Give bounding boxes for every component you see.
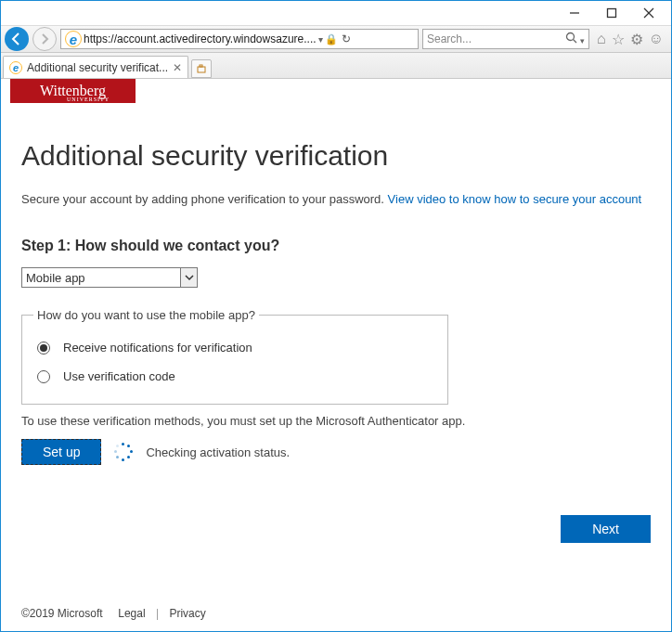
browser-navbar: e https://account.activedirectory.window… — [1, 25, 671, 53]
loading-spinner-icon — [114, 443, 133, 461]
radio-option-notifications[interactable]: Receive notifications for verification — [33, 333, 436, 362]
svg-point-4 — [566, 33, 574, 41]
page-title: Additional security verification — [21, 140, 651, 172]
new-tab-button[interactable] — [191, 59, 212, 78]
fieldset-legend: How do you want to use the mobile app? — [33, 308, 259, 322]
tab-favicon: e — [9, 61, 22, 74]
settings-gear-icon[interactable]: ⚙ — [630, 31, 643, 48]
footer-separator: | — [156, 607, 159, 620]
logo-subtext: UNIVERSITY — [67, 97, 110, 102]
ie-logo-icon: e — [65, 31, 82, 47]
copyright-text: ©2019 Microsoft — [21, 607, 103, 620]
minimize-button[interactable] — [556, 3, 593, 23]
search-icon[interactable]: ▾ — [565, 32, 585, 46]
window-titlebar — [1, 1, 671, 25]
feedback-smiley-icon[interactable]: ☺ — [649, 31, 664, 47]
subtitle-text: Secure your account by adding phone veri… — [21, 192, 388, 206]
setup-row: Set up Checking activation status. — [21, 439, 651, 465]
tab-title: Additional security verificat... — [27, 61, 168, 74]
mobile-app-fieldset: How do you want to use the mobile app? R… — [21, 308, 448, 405]
tab-close-icon[interactable]: ✕ — [173, 61, 182, 74]
page-footer: ©2019 Microsoft Legal | Privacy — [21, 607, 206, 620]
next-button[interactable]: Next — [561, 515, 651, 543]
close-window-button[interactable] — [630, 3, 667, 23]
radio-label: Use verification code — [63, 369, 175, 383]
toolbar-icons: ⌂ ☆ ⚙ ☺ — [593, 31, 667, 48]
back-button[interactable] — [5, 27, 29, 51]
contact-method-select[interactable]: Mobile app — [21, 267, 198, 288]
main-content: Additional security verification Secure … — [1, 103, 671, 474]
browser-tab[interactable]: e Additional security verificat... ✕ — [3, 56, 188, 78]
privacy-link[interactable]: Privacy — [169, 607, 205, 620]
search-placeholder: Search... — [427, 32, 472, 45]
radio-option-code[interactable]: Use verification code — [33, 362, 436, 391]
activation-status-text: Checking activation status. — [146, 445, 290, 459]
url-text: https://account.activedirectory.windowsa… — [84, 32, 317, 45]
home-icon[interactable]: ⌂ — [597, 31, 606, 47]
svg-rect-1 — [608, 9, 616, 18]
address-bar[interactable]: e https://account.activedirectory.window… — [60, 29, 419, 49]
maximize-button[interactable] — [593, 3, 630, 23]
page-viewport: Wittenberg UNIVERSITY Additional securit… — [1, 79, 671, 631]
svg-line-5 — [573, 40, 576, 44]
radio-icon — [37, 342, 50, 355]
view-video-link[interactable]: View video to know how to secure your ac… — [388, 192, 642, 206]
radio-label: Receive notifications for verification — [63, 341, 252, 355]
select-value: Mobile app — [22, 268, 180, 287]
refresh-icon[interactable]: ↻ — [342, 32, 351, 45]
lock-icon: 🔒 — [325, 33, 338, 45]
url-dropdown-icon[interactable]: ▾ — [318, 34, 323, 45]
favorites-icon[interactable]: ☆ — [612, 31, 625, 48]
step-heading: Step 1: How should we contact you? — [21, 238, 651, 254]
setup-button[interactable]: Set up — [21, 439, 101, 465]
wittenberg-logo: Wittenberg UNIVERSITY — [10, 79, 136, 103]
page-subtitle: Secure your account by adding phone veri… — [21, 192, 651, 206]
svg-rect-7 — [200, 65, 202, 67]
search-box[interactable]: Search... ▾ — [422, 29, 589, 49]
forward-button[interactable] — [32, 27, 57, 51]
setup-instruction: To use these verification methods, you m… — [21, 414, 651, 428]
svg-rect-6 — [198, 67, 205, 72]
legal-link[interactable]: Legal — [118, 607, 145, 620]
radio-icon — [37, 370, 50, 383]
browser-tabbar: e Additional security verificat... ✕ — [1, 53, 671, 79]
chevron-down-icon[interactable] — [180, 268, 197, 287]
